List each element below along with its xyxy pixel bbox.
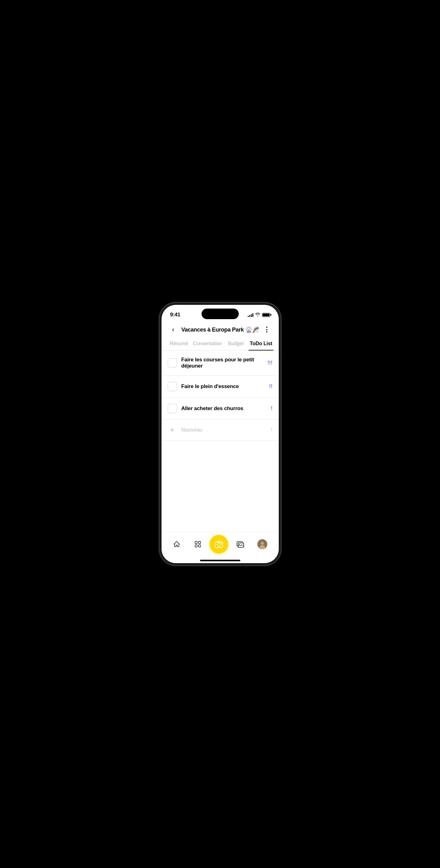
signal-bar-2 [249, 315, 250, 317]
back-button[interactable]: ‹ [168, 324, 179, 335]
camera-icon [214, 540, 223, 549]
home-indicator [200, 560, 240, 561]
priority-3: ! [271, 406, 272, 411]
avatar [257, 539, 267, 549]
signal-bar-4 [252, 313, 253, 317]
signal-bars-icon [248, 313, 253, 317]
new-item-placeholder: Nouveau [181, 427, 267, 433]
list-item: Aller acheter des churros ! [162, 398, 279, 420]
battery-icon [262, 313, 270, 317]
grid-icon [194, 540, 202, 548]
svg-rect-1 [198, 541, 201, 544]
battery-fill [263, 314, 269, 316]
status-time: 9:41 [170, 312, 180, 318]
page-title: Vacances à Europa Park 🎡🎢 [179, 326, 261, 333]
priority-1: !!! [268, 360, 273, 366]
tab-conversation[interactable]: Conversation [192, 338, 223, 350]
nav-home[interactable] [168, 539, 186, 550]
todo-checkbox-3[interactable] [168, 404, 177, 413]
home-icon [173, 540, 181, 548]
svg-point-6 [221, 543, 222, 544]
nav-avatar[interactable] [252, 538, 272, 550]
avatar-image [257, 539, 267, 549]
wifi-icon [255, 313, 260, 317]
svg-point-12 [261, 542, 264, 545]
phone-frame: 9:41 [160, 303, 281, 565]
todo-text-2: Faire le plein d'essence [181, 383, 265, 390]
more-dots-icon: ⋮ [263, 326, 270, 333]
tab-resume[interactable]: Résumé [167, 338, 192, 350]
svg-point-10 [239, 544, 240, 545]
list-item: Faire les courses pour le petit déjeuner… [162, 350, 279, 376]
priority-2: !! [269, 384, 273, 389]
todo-text-1: Faire les courses pour le petit déjeuner [181, 357, 263, 369]
header: ‹ Vacances à Europa Park 🎡🎢 ⋮ [162, 321, 279, 338]
svg-rect-3 [198, 545, 201, 547]
add-item-icon: + [168, 425, 177, 435]
todo-text-3: Aller acheter des churros [181, 405, 267, 412]
status-icons [248, 313, 270, 317]
list-item: Faire le plein d'essence !! [162, 376, 279, 398]
tab-budget[interactable]: Budget [223, 338, 248, 350]
svg-rect-0 [195, 541, 197, 544]
phone-screen: 9:41 [162, 305, 279, 563]
nav-gallery[interactable] [231, 539, 249, 550]
tab-bar: Résumé Conversation Budget ToDo List [162, 338, 279, 350]
more-options-button[interactable]: ⋮ [261, 324, 273, 335]
tab-todo[interactable]: ToDo List [248, 338, 273, 350]
svg-point-5 [217, 543, 221, 547]
todo-checkbox-1[interactable] [168, 358, 177, 368]
signal-bar-1 [248, 316, 249, 317]
nav-grid[interactable] [189, 539, 207, 550]
dynamic-island [202, 309, 239, 319]
new-item-priority: ! [271, 427, 272, 433]
todo-list: Faire les courses pour le petit déjeuner… [162, 350, 279, 531]
bottom-nav [162, 531, 279, 560]
signal-bar-3 [251, 314, 252, 317]
gallery-icon [236, 540, 244, 548]
back-chevron-icon: ‹ [172, 326, 174, 334]
new-item-row[interactable]: + Nouveau ! [162, 420, 279, 440]
todo-checkbox-2[interactable] [168, 382, 177, 391]
svg-rect-2 [195, 545, 197, 547]
camera-button[interactable] [210, 535, 228, 554]
